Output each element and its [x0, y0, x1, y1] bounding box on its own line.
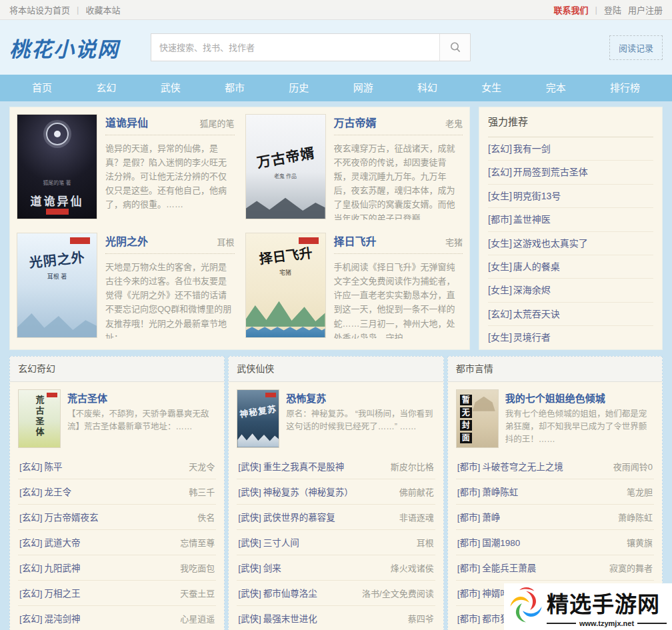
recommend-item[interactable]: [女生]深海余烬: [488, 279, 653, 302]
book-title-link[interactable]: 择日飞升: [334, 233, 377, 249]
book-row[interactable]: [玄幻]九阳武神 我吃面包: [18, 555, 216, 581]
publisher-badge: [70, 237, 90, 244]
book-description: 天地是万物众生的客舍，光阴是古往今来的过客。各位书友要是觉得《光阴之外》还不错的…: [105, 260, 235, 339]
topbar: 将本站设为首页 | 收藏本站 联系我们 | 登陆 用户注册: [0, 0, 672, 20]
mandala-icon: [46, 123, 69, 145]
book-row[interactable]: [武侠]武侠世界的慕容复 非语逐魂: [237, 505, 435, 530]
recommend-panel: 强力推荐 [玄幻]我有一剑 [玄幻]开局签到荒古圣体 [女生]明克街13号 [都…: [479, 107, 663, 350]
login-link[interactable]: 登陆: [604, 3, 621, 16]
book-cover[interactable]: 择日飞升 宅猪: [245, 233, 326, 338]
recommend-title: 强力推荐: [488, 107, 653, 137]
nav-item[interactable]: 完本: [542, 75, 570, 101]
book-description: 我有七个绝色倾城的姐姐，她们都是宠弟狂魔，却不知我早已成为了令世界颤抖的王！……: [505, 408, 654, 447]
book-row[interactable]: [都市]全能兵王萧晨 寂寞的舞者: [456, 555, 654, 581]
watermark-title: 精选手游网: [547, 587, 667, 619]
book-description: 原名：神秘复苏。 “我叫杨间，当你看到这句话的时候我已经死了……” ……: [286, 408, 435, 434]
publisher-badge: [47, 393, 57, 397]
recommend-item[interactable]: [女生]灵境行者: [488, 326, 653, 349]
nav-item[interactable]: 科幻: [413, 75, 441, 101]
book-row[interactable]: [武侠]都市仙尊洛尘 洛书/全文免费阅读: [237, 581, 435, 606]
nav-item[interactable]: 武侠: [157, 75, 185, 101]
search-box: [151, 33, 471, 61]
recommend-item[interactable]: [玄幻]太荒吞天诀: [488, 303, 653, 326]
book-title-link[interactable]: 光阴之外: [105, 233, 148, 249]
temple-art: [473, 397, 495, 411]
watermark-url: www.tzymjx.net: [579, 619, 634, 627]
book-author: 狐尾的笔: [199, 117, 234, 129]
nav-item[interactable]: 网游: [349, 75, 377, 101]
book-row[interactable]: [玄幻]武道大帝 忘情至尊: [18, 530, 216, 555]
book-title-link[interactable]: 荒古圣体: [67, 391, 216, 405]
column-featured-book: 荒古圣体 荒古圣体 【不废柴，不舔狗，天骄争霸暴爽无敌流】荒古圣体最新章节地址：…: [10, 382, 224, 454]
book-author: 宅猪: [445, 235, 463, 248]
recommend-item[interactable]: [都市]盖世神医: [488, 208, 653, 231]
bookmark-link[interactable]: 收藏本站: [85, 3, 120, 16]
featured-book: 狐尾的笔 著 道诡异仙 道诡异仙 狐尾的笔 诡异的天道，异常的仙佛，是真？是假？…: [17, 114, 235, 223]
book-row[interactable]: [玄幻]万相之王 天蚕土豆: [18, 581, 216, 606]
search-button[interactable]: [439, 34, 470, 61]
book-list: [武侠]重生之我真不是股神 斯皮尔比格 [武侠]神秘复苏（神秘复苏） 佛前献花 …: [229, 454, 443, 630]
book-row[interactable]: [都市]萧峥 萧峥陈虹: [456, 505, 654, 530]
recommend-list: [玄幻]我有一剑 [玄幻]开局签到荒古圣体 [女生]明克街13号 [都市]盖世神…: [488, 137, 653, 349]
recommend-item[interactable]: [女生]唐人的餐桌: [488, 255, 653, 279]
book-row[interactable]: [都市]萧峥陈虹 笔龙胆: [456, 479, 654, 505]
book-cover[interactable]: 万古帝婿 老鬼 作品: [245, 114, 326, 219]
featured-book: 万古帝婿 老鬼 作品 万古帝婿 老鬼 夜玄魂穿万古，征战诸天，成就不死夜帝的传说…: [245, 114, 463, 223]
book-title-link[interactable]: 我的七个姐姐绝色倾城: [505, 391, 654, 405]
nav-item[interactable]: 玄幻: [92, 75, 120, 101]
book-row[interactable]: [都市]斗破苍穹之无上之境 夜雨闻铃0: [456, 454, 654, 479]
book-row[interactable]: [武侠]神秘复苏（神秘复苏） 佛前献花: [237, 479, 435, 505]
column-title: 都市言情: [448, 357, 662, 382]
featured-books-panel: 狐尾的笔 著 道诡异仙 道诡异仙 狐尾的笔 诡异的天道，异常的仙佛，是真？是假？…: [9, 107, 470, 350]
nav-item[interactable]: 首页: [28, 75, 56, 101]
search-input[interactable]: [151, 34, 439, 61]
book-title-link[interactable]: 万古帝婿: [334, 114, 377, 130]
register-link[interactable]: 用户注册: [628, 3, 663, 16]
book-cover[interactable]: 暂无封面: [456, 389, 499, 448]
mountain-art: [246, 292, 325, 327]
book-row[interactable]: [武侠]最强末世进化 蔡四爷: [237, 606, 435, 630]
book-row[interactable]: [玄幻]万古帝婿夜玄 佚名: [18, 505, 216, 530]
book-row[interactable]: [玄幻]龙王令 韩三千: [18, 479, 216, 505]
book-cover[interactable]: 狐尾的笔 著 道诡异仙: [17, 114, 97, 219]
book-cover[interactable]: 神秘复苏: [237, 389, 279, 448]
column-featured-book: 暂无封面 我的七个姐姐绝色倾城 我有七个绝色倾城的姐姐，她们都是宠弟狂魔，却不知…: [448, 382, 662, 454]
book-title-link[interactable]: 道诡异仙: [105, 114, 148, 130]
set-homepage-link[interactable]: 将本站设为首页: [9, 3, 70, 16]
column-title: 玄幻奇幻: [10, 357, 224, 382]
topbar-divider: |: [595, 5, 597, 15]
book-row[interactable]: [都市]国潮1980 镶黄旗: [456, 530, 654, 555]
nav-item[interactable]: 历史: [285, 75, 313, 101]
publisher-badge: [46, 209, 69, 215]
recommend-item[interactable]: [女生]明克街13号: [488, 185, 653, 208]
book-row[interactable]: [武侠]三寸人间 耳根: [237, 530, 435, 555]
site-header: 桃花小说网 阅读记录: [0, 20, 672, 75]
recommend-item[interactable]: [玄幻]开局签到荒古圣体: [488, 161, 653, 184]
book-row[interactable]: [武侠]重生之我真不是股神 斯皮尔比格: [237, 454, 435, 479]
book-title-link[interactable]: 恐怖复苏: [286, 391, 435, 405]
search-icon: [449, 41, 462, 54]
column-title: 武侠仙侠: [229, 357, 443, 382]
wave-art: [246, 325, 325, 337]
nav-item[interactable]: 女生: [477, 75, 505, 101]
nav-item[interactable]: 排行榜: [606, 75, 644, 101]
recommend-item[interactable]: [女生]这游戏也太真实了: [488, 232, 653, 255]
contact-link[interactable]: 联系我们: [554, 3, 589, 16]
recommend-item[interactable]: [玄幻]我有一剑: [488, 137, 653, 161]
featured-book: 择日飞升 宅猪 择日飞升 宅猪 手机阅读《择日飞升》无弹窗纯文字全文免费阅读作为…: [245, 233, 463, 342]
book-row[interactable]: [玄幻]混沌剑神 心星逍遥: [18, 606, 216, 630]
topbar-divider: |: [77, 5, 79, 15]
book-description: 诡异的天道，异常的仙佛，是真？是假？陷入迷惘的李火旺无法分辨。可让他无法分辨的不…: [105, 141, 235, 211]
book-row[interactable]: [玄幻]陈平 天龙令: [18, 454, 216, 479]
reading-history-button[interactable]: 阅读记录: [609, 35, 663, 60]
pinwheel-logo-icon: [505, 586, 547, 627]
book-row[interactable]: [武侠]剑来 烽火戏诸侯: [237, 555, 435, 581]
nav-item[interactable]: 都市: [221, 75, 249, 101]
book-cover[interactable]: 荒古圣体: [18, 389, 61, 448]
book-cover[interactable]: 光阴之外 耳根 著: [17, 233, 97, 338]
category-column-fantasy: 玄幻奇幻 荒古圣体 荒古圣体 【不废柴，不舔狗，天骄争霸暴爽无敌流】荒古圣体最新…: [9, 356, 225, 630]
site-logo[interactable]: 桃花小说网: [9, 33, 151, 63]
book-author: 耳根: [217, 235, 234, 248]
book-description: 【不废柴，不舔狗，天骄争霸暴爽无敌流】荒古圣体最新章节地址：……: [67, 408, 216, 434]
book-author: 老鬼: [445, 117, 463, 129]
